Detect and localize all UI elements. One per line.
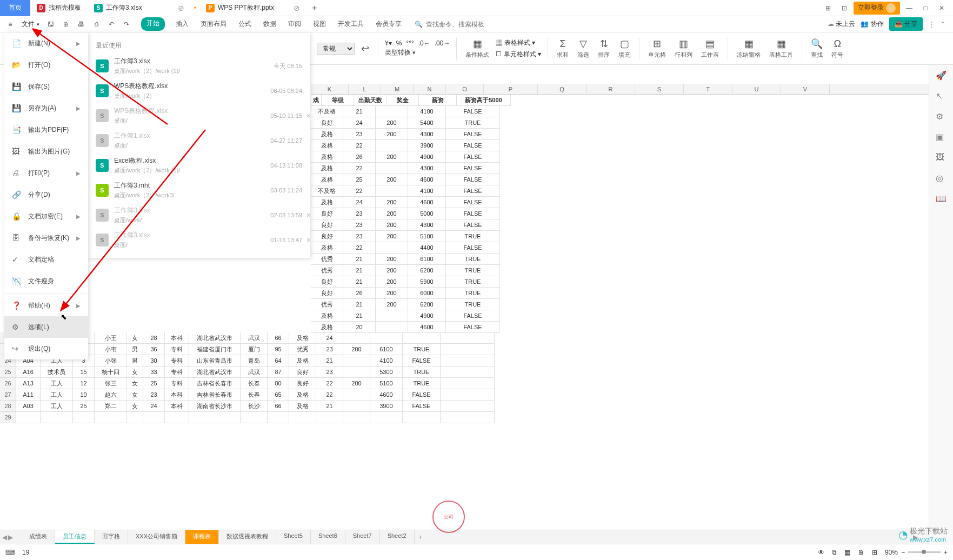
table-row[interactable]: 良好212005900TRUE (311, 276, 929, 288)
cell[interactable] (343, 366, 370, 378)
cell[interactable]: 女 (127, 366, 143, 378)
cell[interactable]: 专科 (165, 355, 189, 366)
cell[interactable] (165, 412, 189, 423)
cell[interactable]: 20 (343, 322, 376, 333)
file-menu-打印(P)[interactable]: 🖨打印(P)▶ (4, 162, 88, 184)
cell[interactable]: 200 (376, 129, 408, 140)
cell[interactable]: 厦门 (241, 344, 268, 355)
tab-home[interactable]: 首页 (0, 0, 30, 16)
cell[interactable]: 不及格 (311, 185, 343, 197)
recent-item[interactable]: S工作簿3.mht桌面/work（2）/work3/03-03 11:24 (88, 178, 310, 203)
file-menu-另存为(A)[interactable]: 💾另存为(A)▶ (4, 97, 88, 119)
cell[interactable]: 及格 (289, 355, 316, 366)
cell[interactable] (376, 140, 408, 151)
cell[interactable]: 及格 (311, 322, 343, 333)
cell[interactable]: FALSE (446, 310, 500, 322)
select-icon[interactable]: ↖ (936, 91, 947, 102)
menutab-dev[interactable]: 开发工具 (337, 17, 365, 31)
sheet-button[interactable]: ▤工作表 (699, 38, 721, 59)
cell[interactable]: 男 (127, 355, 143, 366)
cell[interactable]: FALSE (446, 151, 500, 163)
table-row[interactable]: A11工人10赵六女23本科吉林省长春市长春65及格224600FALSE (16, 389, 929, 401)
cell[interactable] (441, 412, 495, 423)
cell[interactable]: 12 (73, 378, 95, 389)
cell[interactable]: 及格 (289, 332, 316, 344)
percent-icon[interactable]: % (396, 39, 402, 47)
cell[interactable]: FALSE (403, 389, 441, 401)
cell[interactable]: 25 (73, 401, 95, 412)
save-icon[interactable]: 🖫 (44, 17, 58, 31)
cell[interactable]: 女 (127, 332, 143, 344)
cell[interactable]: 200 (376, 208, 408, 219)
file-menu-备份与恢复(K)[interactable]: 🗄备份与恢复(K)▶ (4, 227, 88, 249)
col-header[interactable]: V (781, 84, 830, 94)
cell[interactable]: 及格 (311, 151, 343, 163)
file-menu-保存(S)[interactable]: 💾保存(S) (4, 76, 88, 97)
cell[interactable] (376, 185, 408, 197)
cell[interactable] (316, 412, 343, 423)
sheet-tab[interactable]: Sheet2 (380, 530, 415, 544)
cell[interactable]: 男 (127, 344, 143, 355)
cell[interactable]: 200 (376, 254, 408, 265)
cell[interactable]: 长春 (241, 378, 268, 389)
recent-item[interactable]: S工作簿3.xlsx桌面/work/02-08 13:59× (88, 203, 310, 228)
cell[interactable]: 4900 (408, 151, 446, 163)
cell[interactable]: 21 (343, 106, 376, 117)
cell[interactable]: 及格 (311, 129, 343, 140)
sheet-tab[interactable]: 数据透视表教程 (219, 530, 276, 544)
cell[interactable]: 本科 (165, 401, 189, 412)
cell[interactable]: 200 (376, 288, 408, 299)
settings-icon[interactable]: ⚙ (936, 111, 947, 122)
table-row[interactable]: 及格223900FALSE (311, 140, 929, 151)
cell[interactable]: A11 (16, 389, 41, 401)
cell[interactable] (189, 412, 241, 423)
table-row[interactable]: 及格262004900FALSE (311, 151, 929, 163)
table-row[interactable]: 优秀212006200TRUE (311, 265, 929, 276)
cell[interactable]: 4100 (408, 185, 446, 197)
sort-button[interactable]: ⇅排序 (596, 38, 612, 59)
cell[interactable]: 4100 (408, 106, 446, 117)
cell[interactable]: 4600 (370, 389, 403, 401)
col-header[interactable]: U (732, 84, 781, 94)
normal-view-icon[interactable]: ▦ (844, 549, 850, 556)
cell[interactable]: 小王 (95, 332, 127, 344)
link-icon[interactable]: ⧉ (832, 549, 837, 556)
cell[interactable]: 山东省青岛市 (189, 355, 241, 366)
menutab-vip[interactable]: 会员专享 (375, 17, 403, 31)
table-row[interactable]: 及格252004600FALSE (311, 174, 929, 185)
cell[interactable]: 23 (343, 231, 376, 242)
rocket-icon[interactable]: 🚀 (936, 70, 947, 81)
sheet-tab[interactable]: 成绩表 (22, 530, 55, 544)
col-header[interactable]: T (684, 84, 732, 94)
cell[interactable] (268, 412, 289, 423)
cell[interactable]: 杨十四 (95, 366, 127, 378)
cell[interactable]: 6100 (408, 254, 446, 265)
file-menu-打开(O)[interactable]: 📂打开(O) (4, 54, 88, 76)
sheet-tab[interactable]: Sheet7 (345, 530, 380, 544)
cell[interactable]: 21 (316, 401, 343, 412)
menutab-data[interactable]: 数据 (262, 17, 277, 31)
cell[interactable]: 专科 (165, 378, 189, 389)
symbol-button[interactable]: Ω符号 (829, 38, 845, 59)
type-convert[interactable]: 类型转换 ▾ (385, 48, 450, 57)
menutab-view[interactable]: 视图 (312, 17, 327, 31)
cell[interactable]: 及格 (311, 140, 343, 151)
minimize-button[interactable]: — (902, 1, 916, 15)
currency-icon[interactable]: ¥▾ (385, 39, 392, 47)
book-icon[interactable]: 📖 (936, 194, 947, 204)
sum-button[interactable]: Σ求和 (555, 38, 571, 59)
cell[interactable]: 64 (268, 355, 289, 366)
file-menu-输出为PDF(F)[interactable]: 📑输出为PDF(F) (4, 119, 88, 141)
cell[interactable] (403, 332, 441, 344)
cell[interactable]: 专科 (165, 344, 189, 355)
cell[interactable]: 5400 (408, 117, 446, 129)
cell[interactable]: 6200 (408, 299, 446, 310)
cell[interactable]: 良好 (311, 288, 343, 299)
cell[interactable]: A13 (16, 378, 41, 389)
more-icon[interactable]: ⋮ (928, 21, 935, 28)
cell[interactable] (343, 412, 370, 423)
cell[interactable]: FALSE (446, 185, 500, 197)
cell[interactable] (441, 332, 495, 344)
cell[interactable] (403, 412, 441, 423)
grid[interactable]: 戏绩等级出勤天数奖金薪资薪资高于5000不及格214100FALSE良好2420… (311, 95, 929, 333)
